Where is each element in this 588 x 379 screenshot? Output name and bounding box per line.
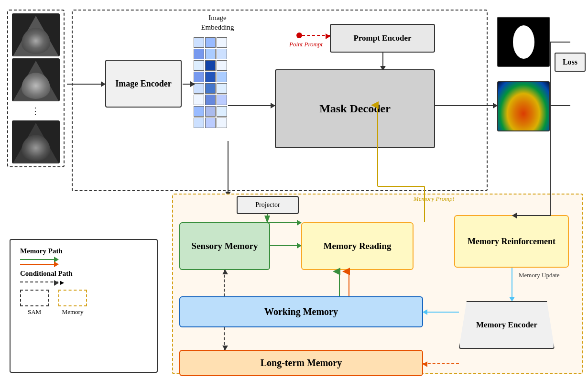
- arrow-working-memory-to-sensory: [224, 270, 225, 296]
- output-prediction-heatmap: [497, 81, 550, 131]
- image-embedding-label: Image Embedding: [191, 13, 244, 32]
- legend-sam-label: SAM: [28, 308, 41, 316]
- point-prompt-label: Point Prompt: [287, 41, 325, 48]
- diagram-container: ⋮ Image Encoder Image Embedding: [5, 5, 583, 374]
- legend-boxes-row: SAM Memory: [20, 290, 147, 316]
- legend-box: Memory Path Conditional Path ▶ SAM: [10, 239, 158, 373]
- arrow-point-prompt-to-encoder: [302, 35, 330, 36]
- image-encoder-label: Image Encoder: [115, 79, 171, 89]
- grid-cell: [205, 49, 216, 59]
- grid-cell: [217, 106, 227, 117]
- legend-memory-label: Memory: [62, 308, 84, 316]
- projector-label: Projector: [255, 201, 280, 209]
- grid-cell: [194, 37, 204, 48]
- input-images-panel: ⋮: [7, 10, 65, 167]
- legend-green-line: [20, 259, 58, 260]
- loss-label: Loss: [563, 58, 577, 66]
- grid-cell: [194, 60, 204, 71]
- arrow-output-to-mreinforcement-v: [550, 106, 551, 216]
- input-image-3: [12, 120, 60, 163]
- arrow-embedding-to-projector: [228, 141, 229, 196]
- legend-orange-line: [20, 264, 58, 265]
- memory-reading-box: Memory Reading: [301, 222, 414, 270]
- legend-sam-box: [20, 290, 49, 306]
- grid-cell: [205, 118, 216, 128]
- projector-box: Projector: [237, 196, 299, 214]
- loss-box: Loss: [555, 53, 586, 72]
- grid-cell: [217, 60, 227, 71]
- embedding-grid: [194, 37, 227, 128]
- grid-cell: [205, 83, 216, 94]
- arrow-memory-prompt-svg: [354, 91, 425, 225]
- arrow-sensory-to-reading: [270, 245, 301, 246]
- right-bracket-h-top: [550, 42, 570, 43]
- grid-cell: [217, 118, 227, 128]
- working-memory-box: Working Memory: [179, 296, 423, 327]
- memory-reading-label: Memory Reading: [324, 241, 392, 251]
- sensory-memory-box: Sensory Memory: [179, 222, 270, 270]
- grid-cell: [217, 72, 227, 82]
- arrow-memory-encoder-to-longterm: [423, 363, 459, 364]
- grid-cell: [194, 72, 204, 82]
- legend-dashed-path: ▶: [20, 282, 147, 282]
- memory-encoder-box: Memory Encoder: [459, 301, 555, 349]
- legend-orange-path: [20, 264, 147, 265]
- legend-memory-path-title: Memory Path: [20, 247, 147, 255]
- arrow-memory-encoder-to-working: [423, 312, 459, 313]
- arrow-encoder-to-embedding: [183, 84, 195, 85]
- grid-cell: [205, 60, 216, 71]
- memory-reinforcement-label: Memory Reinforcement: [468, 237, 555, 247]
- memory-update-label: Memory Update: [519, 271, 560, 279]
- legend-dashed-line: ▶: [20, 282, 58, 282]
- grid-cell: [205, 95, 216, 105]
- input-image-2: [12, 58, 60, 101]
- legend-memory-item: Memory: [58, 290, 87, 316]
- legend-memory-box-sample: [58, 290, 87, 306]
- right-bracket-vertical: [550, 42, 551, 106]
- grid-cell: [194, 83, 204, 94]
- input-image-1: [12, 13, 60, 56]
- arrow-mask-decoder-to-output: [435, 105, 497, 106]
- grid-cell: [217, 37, 227, 48]
- heatmap-overlay: [498, 82, 549, 130]
- image-encoder-box: Image Encoder: [105, 60, 182, 108]
- working-memory-label: Working Memory: [264, 306, 338, 317]
- grid-cell: [194, 106, 204, 117]
- grid-cell: [205, 37, 216, 48]
- grid-cell: [217, 83, 227, 94]
- grid-cell: [205, 106, 216, 117]
- arrow-prompt-encoder-to-mask-decoder: [382, 53, 383, 70]
- arrow-working-to-longterm: [224, 327, 225, 350]
- sensory-memory-label: Sensory Memory: [192, 241, 258, 251]
- arrow-output-to-mreinforcement-h: [512, 215, 550, 216]
- prompt-encoder-label: Prompt Encoder: [353, 33, 411, 43]
- arrows-wm-to-mr-svg: [335, 271, 363, 298]
- ellipsis: ⋮: [31, 103, 41, 119]
- point-prompt-dot: [296, 32, 302, 38]
- prompt-encoder-box: Prompt Encoder: [330, 24, 435, 53]
- memory-reinforcement-box: Memory Reinforcement: [454, 215, 569, 268]
- grid-cell: [217, 49, 227, 59]
- arrow-reinforcement-to-encoder-v: [512, 268, 512, 301]
- longterm-memory-label: Long-term Memory: [261, 357, 342, 368]
- grid-cell: [217, 95, 227, 105]
- mask-shape: [513, 25, 534, 59]
- memory-encoder-label: Memory Encoder: [476, 320, 537, 330]
- longterm-memory-box: Long-term Memory: [179, 350, 423, 376]
- legend-green-path: [20, 259, 147, 260]
- arrow-projector-to-memory-reading: [267, 222, 301, 223]
- right-bracket-h-bot: [550, 105, 570, 106]
- arrow-embedding-to-mask-decoder: [228, 105, 275, 106]
- grid-cell: [194, 95, 204, 105]
- grid-cell: [205, 72, 216, 82]
- arrow-images-to-encoder: [67, 84, 105, 85]
- output-mask-image: [497, 17, 550, 67]
- grid-cell: [194, 49, 204, 59]
- grid-cell: [194, 118, 204, 128]
- legend-sam-item: SAM: [20, 290, 49, 316]
- legend-conditional-path-title: Conditional Path: [20, 270, 147, 278]
